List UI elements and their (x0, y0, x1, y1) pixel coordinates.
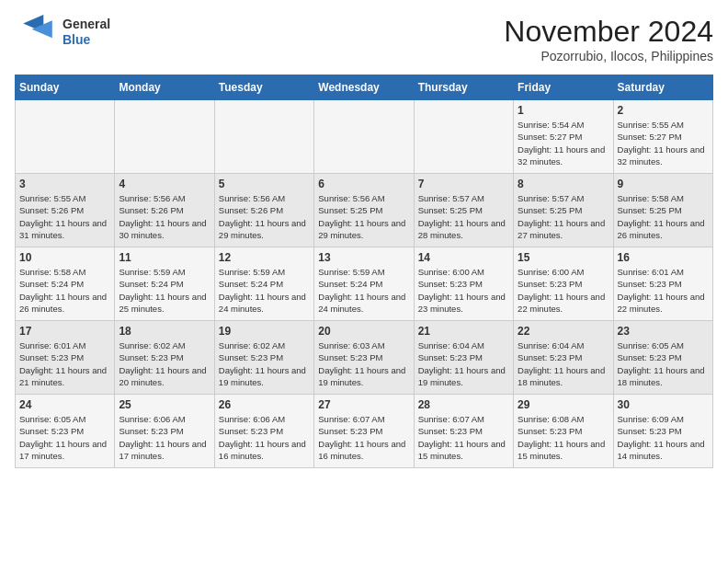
location-subtitle: Pozorrubio, Ilocos, Philippines (504, 49, 713, 63)
day-info: Sunrise: 6:08 AM Sunset: 5:23 PM Dayligh… (518, 413, 609, 462)
day-info: Sunrise: 5:58 AM Sunset: 5:24 PM Dayligh… (19, 266, 110, 315)
calendar-cell: 21Sunrise: 6:04 AM Sunset: 5:23 PM Dayli… (414, 321, 513, 395)
day-number: 20 (318, 325, 409, 338)
weekday-header-tuesday: Tuesday (214, 75, 313, 100)
day-number: 23 (618, 325, 709, 338)
day-number: 7 (418, 178, 509, 190)
logo-arrow-icon (15, 15, 61, 50)
calendar-cell: 23Sunrise: 6:05 AM Sunset: 5:23 PM Dayli… (613, 321, 712, 395)
day-info: Sunrise: 5:56 AM Sunset: 5:26 PM Dayligh… (219, 192, 310, 241)
day-number: 3 (19, 178, 110, 190)
calendar-cell: 24Sunrise: 6:05 AM Sunset: 5:23 PM Dayli… (16, 395, 115, 468)
calendar-cell (16, 100, 115, 174)
calendar-table: SundayMondayTuesdayWednesdayThursdayFrid… (15, 75, 713, 468)
calendar-week-row: 24Sunrise: 6:05 AM Sunset: 5:23 PM Dayli… (16, 395, 713, 468)
calendar-cell (414, 100, 513, 174)
calendar-cell: 25Sunrise: 6:06 AM Sunset: 5:23 PM Dayli… (115, 395, 214, 468)
calendar-week-row: 10Sunrise: 5:58 AM Sunset: 5:24 PM Dayli… (16, 247, 713, 321)
day-number: 26 (219, 398, 310, 411)
day-number: 22 (518, 325, 609, 338)
day-info: Sunrise: 5:59 AM Sunset: 5:24 PM Dayligh… (119, 266, 210, 315)
day-info: Sunrise: 5:56 AM Sunset: 5:26 PM Dayligh… (119, 192, 210, 241)
day-info: Sunrise: 6:06 AM Sunset: 5:23 PM Dayligh… (119, 413, 210, 462)
weekday-header-thursday: Thursday (414, 75, 513, 100)
day-info: Sunrise: 6:01 AM Sunset: 5:23 PM Dayligh… (19, 339, 110, 388)
day-number: 14 (418, 251, 509, 264)
day-number: 9 (618, 178, 709, 190)
day-info: Sunrise: 6:04 AM Sunset: 5:23 PM Dayligh… (518, 339, 609, 388)
logo-general-text: General (63, 17, 110, 32)
calendar-cell: 3Sunrise: 5:55 AM Sunset: 5:26 PM Daylig… (16, 174, 115, 247)
day-info: Sunrise: 5:54 AM Sunset: 5:27 PM Dayligh… (518, 119, 609, 167)
calendar-cell: 16Sunrise: 6:01 AM Sunset: 5:23 PM Dayli… (613, 247, 712, 321)
calendar-cell: 28Sunrise: 6:07 AM Sunset: 5:23 PM Dayli… (414, 395, 513, 468)
day-number: 6 (318, 178, 409, 190)
day-info: Sunrise: 6:05 AM Sunset: 5:23 PM Dayligh… (19, 413, 110, 462)
logo: General Blue (15, 15, 110, 50)
day-info: Sunrise: 6:06 AM Sunset: 5:23 PM Dayligh… (219, 413, 310, 462)
day-number: 1 (518, 104, 609, 117)
day-info: Sunrise: 6:07 AM Sunset: 5:23 PM Dayligh… (318, 413, 409, 462)
day-info: Sunrise: 5:57 AM Sunset: 5:25 PM Dayligh… (418, 192, 509, 241)
day-number: 16 (618, 251, 709, 264)
calendar-cell: 29Sunrise: 6:08 AM Sunset: 5:23 PM Dayli… (514, 395, 613, 468)
day-number: 8 (518, 178, 609, 190)
calendar-cell: 11Sunrise: 5:59 AM Sunset: 5:24 PM Dayli… (115, 247, 214, 321)
weekday-header-wednesday: Wednesday (314, 75, 414, 100)
day-info: Sunrise: 6:02 AM Sunset: 5:23 PM Dayligh… (119, 339, 210, 388)
logo-blue-text: Blue (63, 32, 110, 48)
day-number: 17 (19, 325, 110, 338)
calendar-week-row: 17Sunrise: 6:01 AM Sunset: 5:23 PM Dayli… (16, 321, 713, 395)
weekday-header-monday: Monday (115, 75, 214, 100)
month-year-title: November 2024 (504, 15, 713, 49)
day-number: 15 (518, 251, 609, 264)
day-info: Sunrise: 5:59 AM Sunset: 5:24 PM Dayligh… (318, 266, 409, 315)
calendar-cell: 14Sunrise: 6:00 AM Sunset: 5:23 PM Dayli… (414, 247, 513, 321)
day-number: 11 (119, 251, 210, 264)
calendar-cell: 7Sunrise: 5:57 AM Sunset: 5:25 PM Daylig… (414, 174, 513, 247)
calendar-cell: 17Sunrise: 6:01 AM Sunset: 5:23 PM Dayli… (16, 321, 115, 395)
page-header: General Blue November 2024 Pozorrubio, I… (15, 15, 713, 63)
day-info: Sunrise: 6:01 AM Sunset: 5:23 PM Dayligh… (618, 266, 709, 315)
day-number: 28 (418, 398, 509, 411)
calendar-cell: 18Sunrise: 6:02 AM Sunset: 5:23 PM Dayli… (115, 321, 214, 395)
day-info: Sunrise: 6:04 AM Sunset: 5:23 PM Dayligh… (418, 339, 509, 388)
day-info: Sunrise: 6:02 AM Sunset: 5:23 PM Dayligh… (219, 339, 310, 388)
calendar-week-row: 3Sunrise: 5:55 AM Sunset: 5:26 PM Daylig… (16, 174, 713, 247)
day-number: 29 (518, 398, 609, 411)
day-number: 13 (318, 251, 409, 264)
day-number: 2 (618, 104, 709, 117)
calendar-cell: 9Sunrise: 5:58 AM Sunset: 5:25 PM Daylig… (613, 174, 712, 247)
day-number: 25 (119, 398, 210, 411)
calendar-cell: 2Sunrise: 5:55 AM Sunset: 5:27 PM Daylig… (613, 100, 712, 174)
day-number: 4 (119, 178, 210, 190)
calendar-cell: 1Sunrise: 5:54 AM Sunset: 5:27 PM Daylig… (514, 100, 613, 174)
calendar-cell (314, 100, 414, 174)
day-info: Sunrise: 6:03 AM Sunset: 5:23 PM Dayligh… (318, 339, 409, 388)
title-block: November 2024 Pozorrubio, Ilocos, Philip… (504, 15, 713, 63)
day-info: Sunrise: 5:57 AM Sunset: 5:25 PM Dayligh… (518, 192, 609, 241)
calendar-cell: 13Sunrise: 5:59 AM Sunset: 5:24 PM Dayli… (314, 247, 414, 321)
day-info: Sunrise: 6:00 AM Sunset: 5:23 PM Dayligh… (518, 266, 609, 315)
day-number: 19 (219, 325, 310, 338)
calendar-cell: 22Sunrise: 6:04 AM Sunset: 5:23 PM Dayli… (514, 321, 613, 395)
day-number: 10 (19, 251, 110, 264)
day-number: 5 (219, 178, 310, 190)
day-number: 27 (318, 398, 409, 411)
calendar-cell (214, 100, 313, 174)
day-info: Sunrise: 5:55 AM Sunset: 5:27 PM Dayligh… (618, 119, 709, 167)
calendar-cell: 12Sunrise: 5:59 AM Sunset: 5:24 PM Dayli… (214, 247, 313, 321)
day-number: 30 (618, 398, 709, 411)
calendar-week-row: 1Sunrise: 5:54 AM Sunset: 5:27 PM Daylig… (16, 100, 713, 174)
day-info: Sunrise: 6:05 AM Sunset: 5:23 PM Dayligh… (618, 339, 709, 388)
weekday-header-row: SundayMondayTuesdayWednesdayThursdayFrid… (16, 75, 713, 100)
calendar-cell: 20Sunrise: 6:03 AM Sunset: 5:23 PM Dayli… (314, 321, 414, 395)
calendar-cell: 8Sunrise: 5:57 AM Sunset: 5:25 PM Daylig… (514, 174, 613, 247)
day-info: Sunrise: 5:56 AM Sunset: 5:25 PM Dayligh… (318, 192, 409, 241)
day-number: 21 (418, 325, 509, 338)
day-info: Sunrise: 6:00 AM Sunset: 5:23 PM Dayligh… (418, 266, 509, 315)
calendar-cell (115, 100, 214, 174)
calendar-cell: 5Sunrise: 5:56 AM Sunset: 5:26 PM Daylig… (214, 174, 313, 247)
weekday-header-saturday: Saturday (613, 75, 712, 100)
day-number: 24 (19, 398, 110, 411)
